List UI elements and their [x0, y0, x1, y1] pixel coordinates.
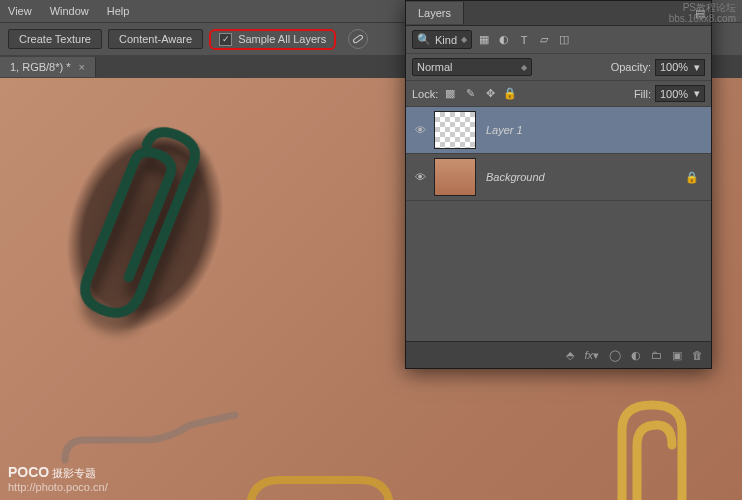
layer-thumbnail[interactable] [434, 111, 476, 149]
lock-position-icon[interactable]: ✥ [482, 86, 498, 102]
watermark-bottom: POCO 摄影专题 http://photo.poco.cn/ [8, 464, 108, 494]
fill-input[interactable]: 100%▾ [655, 85, 705, 102]
lock-paint-icon[interactable]: ✎ [462, 86, 478, 102]
mask-icon[interactable]: ◯ [609, 349, 621, 362]
filter-pixel-icon[interactable]: ▦ [476, 32, 492, 48]
group-icon[interactable]: 🗀 [651, 349, 662, 361]
lock-label: Lock: [412, 88, 438, 100]
layer-row-background[interactable]: 👁 Background 🔒 [406, 154, 711, 201]
link-layers-icon[interactable]: ⬘ [566, 349, 574, 362]
lock-transparent-icon[interactable]: ▩ [442, 86, 458, 102]
layer-name[interactable]: Layer 1 [486, 124, 523, 136]
paperclip-bent [60, 410, 240, 470]
trash-icon[interactable]: 🗑 [692, 349, 703, 361]
close-icon[interactable]: × [79, 61, 85, 73]
visibility-icon[interactable]: 👁 [410, 124, 430, 136]
adjustment-icon[interactable]: ◐ [631, 349, 641, 362]
opacity-label: Opacity: [611, 61, 651, 73]
checkbox-icon[interactable]: ✓ [219, 33, 232, 46]
filter-adjust-icon[interactable]: ◐ [496, 32, 512, 48]
blend-mode-select[interactable]: Normal◆ [412, 58, 532, 76]
filter-kind-select[interactable]: 🔍Kind◆ [412, 30, 472, 49]
fill-label: Fill: [634, 88, 651, 100]
create-texture-button[interactable]: Create Texture [8, 29, 102, 49]
new-layer-icon[interactable]: ▣ [672, 349, 682, 362]
watermark-top: PS教程论坛bbs.16xx8.com [669, 2, 736, 24]
fx-icon[interactable]: fx▾ [584, 349, 599, 362]
paperclip-gold-1 [240, 420, 400, 500]
opacity-input[interactable]: 100%▾ [655, 59, 705, 76]
layers-empty-area [406, 201, 711, 341]
filter-smart-icon[interactable]: ◫ [556, 32, 572, 48]
tab-title: 1, RGB/8*) * [10, 61, 71, 73]
layer-thumbnail[interactable] [434, 158, 476, 196]
layer-row-layer1[interactable]: 👁 Layer 1 [406, 107, 711, 154]
menu-view[interactable]: View [8, 5, 32, 17]
svg-rect-0 [353, 34, 363, 43]
paperclip-gold-2 [602, 390, 722, 500]
lock-icon: 🔒 [685, 171, 699, 184]
menu-window[interactable]: Window [50, 5, 89, 17]
filter-shape-icon[interactable]: ▱ [536, 32, 552, 48]
healing-brush-icon[interactable] [348, 29, 368, 49]
visibility-icon[interactable]: 👁 [410, 171, 430, 183]
menu-help[interactable]: Help [107, 5, 130, 17]
layer-name[interactable]: Background [486, 171, 545, 183]
sample-all-layers-option[interactable]: ✓ Sample All Layers [209, 29, 336, 50]
filter-type-icon[interactable]: T [516, 32, 532, 48]
lock-all-icon[interactable]: 🔒 [502, 86, 518, 102]
content-aware-button[interactable]: Content-Aware [108, 29, 203, 49]
layers-tab[interactable]: Layers [406, 2, 464, 24]
sample-all-label: Sample All Layers [238, 33, 326, 45]
layers-panel: Layers ▤ 🔍Kind◆ ▦ ◐ T ▱ ◫ Normal◆ Opacit… [405, 0, 712, 369]
document-tab[interactable]: 1, RGB/8*) * × [0, 57, 96, 77]
